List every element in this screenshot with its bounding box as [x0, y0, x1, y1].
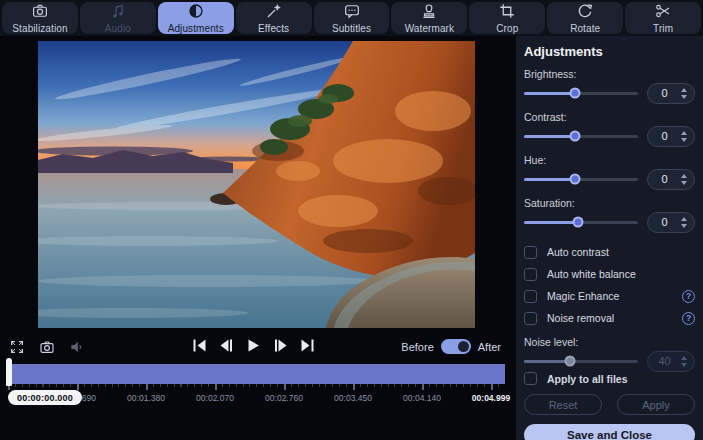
contrast-icon [187, 2, 205, 20]
auto-white-balance-checkbox[interactable] [524, 268, 537, 281]
skip-to-start-button[interactable] [192, 338, 206, 352]
contrast-slider[interactable] [524, 129, 638, 143]
timestamp: 00:04.140 [403, 393, 441, 403]
timestamp: 00:01.380 [127, 393, 165, 403]
save-and-close-button[interactable]: Save and Close [524, 424, 695, 440]
tab-watermark[interactable]: Watermark [391, 2, 467, 34]
toolbar: Stabilization Audio Adjustments [0, 0, 703, 36]
crop-icon [498, 2, 516, 20]
timeline-track[interactable] [8, 364, 505, 384]
brightness-value[interactable]: 0 [648, 87, 681, 99]
tab-label: Watermark [405, 23, 454, 34]
stabilization-camera-icon [31, 2, 49, 20]
panel-title: Adjustments [524, 44, 695, 59]
contrast-label: Contrast: [524, 111, 695, 123]
speech-bubble-icon [343, 2, 361, 20]
noise-removal-row: Noise removal ? [524, 311, 695, 325]
previous-frame-button[interactable] [219, 338, 233, 352]
tab-adjustments[interactable]: Adjustments [158, 2, 234, 34]
reset-button[interactable]: Reset [524, 394, 602, 415]
brightness-value-box[interactable]: 0 [647, 83, 695, 104]
tab-label: Rotate [570, 23, 600, 34]
tab-label: Audio [105, 23, 131, 34]
auto-white-balance-row: Auto white balance [524, 267, 695, 281]
apply-to-all-row: Apply to all files [524, 372, 695, 385]
scissors-icon [654, 2, 672, 20]
tab-rotate[interactable]: Rotate [547, 2, 623, 34]
magic-enhance-checkbox[interactable] [524, 290, 537, 303]
brightness-stepper[interactable] [681, 88, 687, 99]
after-label: After [478, 341, 501, 353]
saturation-stepper[interactable] [681, 217, 687, 228]
music-note-icon [109, 2, 127, 20]
auto-contrast-checkbox[interactable] [524, 246, 537, 259]
current-time-badge: 00:00:00.000 [8, 390, 82, 405]
tab-stabilization[interactable]: Stabilization [2, 2, 78, 34]
fullscreen-icon[interactable] [8, 338, 26, 356]
tab-label: Effects [258, 23, 289, 34]
noise-level-value-box: 40 [647, 351, 695, 372]
playback-controls [192, 338, 314, 352]
apply-button[interactable]: Apply [617, 394, 695, 415]
noise-level-value: 40 [648, 355, 681, 367]
tab-audio: Audio [80, 2, 156, 34]
before-label: Before [401, 341, 433, 353]
play-button[interactable] [246, 338, 260, 352]
tab-effects[interactable]: Effects [236, 2, 312, 34]
before-after-group: Before After [401, 339, 501, 354]
contrast-value[interactable]: 0 [648, 130, 681, 142]
stamp-icon [420, 2, 438, 20]
saturation-value[interactable]: 0 [648, 216, 681, 228]
brightness-slider[interactable] [524, 86, 638, 100]
noise-level-slider [524, 354, 638, 368]
before-after-toggle[interactable] [441, 339, 471, 354]
timeline-timestamps: 00:00:00.000 00:00.690 00:01.380 00:02.0… [8, 390, 505, 406]
video-frame [38, 41, 475, 328]
apply-to-all-checkbox[interactable] [524, 372, 537, 385]
noise-removal-checkbox[interactable] [524, 312, 537, 325]
contrast-value-box[interactable]: 0 [647, 126, 695, 147]
auto-contrast-row: Auto contrast [524, 245, 695, 259]
tab-label: Stabilization [12, 23, 67, 34]
hue-slider[interactable] [524, 172, 638, 186]
timestamp: 00:03.450 [334, 393, 372, 403]
noise-level-label: Noise level: [524, 336, 695, 348]
tab-label: Trim [653, 23, 673, 34]
hue-label: Hue: [524, 154, 695, 166]
tab-trim[interactable]: Trim [625, 2, 701, 34]
tab-label: Adjustments [168, 23, 224, 34]
auto-white-balance-label: Auto white balance [547, 268, 695, 280]
contrast-stepper[interactable] [681, 131, 687, 142]
adjustments-panel: Adjustments Brightness: 0 Contrast: [515, 36, 703, 440]
hue-stepper[interactable] [681, 174, 687, 185]
saturation-value-box[interactable]: 0 [647, 212, 695, 233]
skip-to-end-button[interactable] [300, 338, 314, 352]
next-frame-button[interactable] [273, 338, 287, 352]
snapshot-camera-icon[interactable] [38, 338, 56, 356]
noise-removal-help-icon[interactable]: ? [682, 312, 695, 325]
noise-level-stepper [681, 356, 687, 367]
hue-value-box[interactable]: 0 [647, 169, 695, 190]
tab-label: Subtitles [332, 23, 371, 34]
coastal-sunset-image [38, 41, 475, 328]
saturation-slider[interactable] [524, 215, 638, 229]
tab-subtitles[interactable]: Subtitles [314, 2, 390, 34]
apply-to-all-label: Apply to all files [547, 373, 695, 385]
rotate-arrow-icon [576, 2, 594, 20]
preview-tools [8, 338, 86, 356]
tab-crop[interactable]: Crop [469, 2, 545, 34]
magic-enhance-label: Magic Enhance [547, 290, 682, 302]
video-preview-area: Before After 00:00:00.000 00:00.690 00:0… [0, 36, 515, 440]
magic-wand-icon [265, 2, 283, 20]
timestamp: 00:02.760 [265, 393, 303, 403]
auto-contrast-label: Auto contrast [547, 246, 695, 258]
playhead-marker[interactable] [6, 358, 12, 386]
noise-removal-label: Noise removal [547, 312, 682, 324]
timestamp: 00:02.070 [196, 393, 234, 403]
magic-enhance-help-icon[interactable]: ? [682, 290, 695, 303]
saturation-label: Saturation: [524, 197, 695, 209]
volume-icon[interactable] [68, 338, 86, 356]
toggle-knob [458, 341, 469, 352]
hue-value[interactable]: 0 [648, 173, 681, 185]
brightness-label: Brightness: [524, 68, 695, 80]
